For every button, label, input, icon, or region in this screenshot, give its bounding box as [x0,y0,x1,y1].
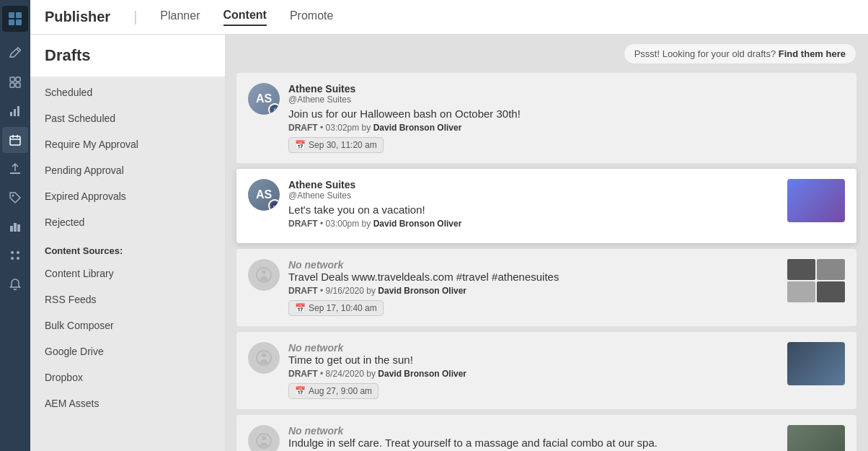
sidebar-item-require-approval[interactable]: Require My Approval [30,131,225,157]
network-badge: f [268,103,280,115]
account-handle: @Athene Suites [288,191,779,201]
draft-label: DRAFT [288,286,318,296]
post-author: David Bronson Oliver [378,286,466,296]
avatar: AS f [248,83,280,115]
svg-rect-0 [9,12,14,18]
schedule-badge: 📅 Sep 30, 11:20 am [288,137,384,153]
svg-rect-4 [10,77,14,82]
post-card[interactable]: AS in Athene Suites @Athene Suites Let's… [236,169,856,243]
image-cell [787,259,815,280]
analytics-nav-icon[interactable] [2,214,28,240]
notification-link[interactable]: Find them here [779,48,846,59]
post-card[interactable]: AS f Athene Suites @Athene Suites Join u… [236,73,856,163]
edit-nav-icon[interactable] [2,40,28,66]
svg-rect-5 [16,77,20,82]
sidebar-item-bulk-composer[interactable]: Bulk Composer [30,312,225,338]
avatar [248,342,280,374]
sidebar-item-past-scheduled[interactable]: Past Scheduled [30,105,225,131]
post-author: David Bronson Oliver [373,123,462,133]
main-area: Publisher | Planner Content Promote Draf… [30,0,868,451]
account-name: No network [288,259,779,271]
account-name: No network [288,425,779,437]
tab-promote[interactable]: Promote [290,9,333,25]
post-time: 8/24/2020 [326,369,364,379]
calendar-icon: 📅 [295,140,306,150]
network-badge: in [268,199,280,211]
notification-pill[interactable]: Pssst! Looking for your old drafts? Find… [624,43,856,64]
notification-bar: Pssst! Looking for your old drafts? Find… [236,43,856,64]
sidebar: Drafts Scheduled Past Scheduled Require … [30,35,225,451]
svg-rect-3 [16,19,22,25]
account-handle: @Athene Suites [288,95,845,105]
sidebar-item-scheduled[interactable]: Scheduled [30,79,225,105]
post-image [787,259,845,302]
post-time: 03:00pm [326,219,360,229]
post-image [787,342,845,385]
svg-rect-17 [14,223,17,232]
avatar: AS in [248,179,280,211]
sidebar-item-content-library[interactable]: Content Library [30,260,225,286]
post-card[interactable]: No network Indulge in self care. Treat y… [236,415,856,451]
svg-rect-10 [17,106,19,116]
sidebar-item-aem-assets[interactable]: AEM Assets [30,390,225,416]
svg-point-32 [262,436,266,440]
calendar-nav-icon[interactable] [2,127,28,153]
notification-text: Pssst! Looking for your old drafts? [634,48,776,59]
avatar [248,259,280,291]
svg-rect-18 [17,224,20,232]
account-name: Athene Suites [288,83,845,95]
tab-content[interactable]: Content [223,9,267,26]
draft-label: DRAFT [288,219,318,229]
image-cell [817,281,845,302]
svg-rect-7 [16,83,20,87]
post-text: Indulge in self care. Treat yourself to … [288,437,779,449]
post-info: No network Travel Deals www.traveldeals.… [288,259,779,316]
sidebar-item-expired-approvals[interactable]: Expired Approvals [30,183,225,209]
sidebar-item-rejected[interactable]: Rejected [30,209,225,235]
svg-text:f: f [274,108,275,113]
svg-point-28 [262,270,266,274]
draft-label: DRAFT [288,123,318,133]
upload-nav-icon[interactable] [2,156,28,182]
account-name: No network [288,342,779,354]
top-nav: Publisher | Planner Content Promote [30,0,868,35]
apps-nav-icon[interactable] [2,242,28,268]
nav-divider: | [133,9,137,25]
sidebar-drafts-section: Drafts [30,35,225,76]
post-info: Athene Suites @Athene Suites Let's take … [288,179,779,233]
post-author: David Bronson Oliver [373,219,462,229]
post-image [787,179,845,222]
post-card[interactable]: No network Time to get out in the sun! D… [236,332,856,409]
sidebar-item-dropbox[interactable]: Dropbox [30,364,225,390]
tab-planner[interactable]: Planner [160,9,200,25]
svg-rect-9 [14,109,16,116]
sidebar-item-google-drive[interactable]: Google Drive [30,338,225,364]
post-text: Join us for our Halloween bash on Octobe… [288,108,845,120]
post-meta: DRAFT • 03:02pm by David Bronson Oliver [288,123,845,133]
draft-label: DRAFT [288,369,318,379]
account-name: Athene Suites [288,179,779,191]
chart-nav-icon[interactable] [2,98,28,124]
post-meta: DRAFT • 03:00pm by David Bronson Oliver [288,219,779,229]
drafts-label: Drafts [45,46,91,64]
sidebar-item-rss-feeds[interactable]: RSS Feeds [30,286,225,312]
post-time: 9/16/2020 [326,286,364,296]
schedule-date: Sep 17, 10:40 am [309,303,377,313]
post-meta: DRAFT • 8/24/2020 by David Bronson Olive… [288,369,779,379]
svg-text:in: in [273,204,277,209]
post-info: No network Indulge in self care. Treat y… [288,425,779,451]
grid-nav-icon[interactable] [2,69,28,95]
post-info: Athene Suites @Athene Suites Join us for… [288,83,845,153]
svg-point-15 [12,195,14,197]
bell-nav-icon[interactable] [2,271,28,297]
sidebar-item-pending-approval[interactable]: Pending Approval [30,157,225,183]
image-cell [817,259,845,280]
tag-nav-icon[interactable] [2,185,28,211]
post-card[interactable]: No network Travel Deals www.traveldeals.… [236,249,856,326]
svg-point-22 [17,257,19,260]
calendar-icon: 📅 [295,303,306,313]
svg-rect-8 [10,112,12,116]
post-author: David Bronson Oliver [378,369,466,379]
svg-rect-2 [9,19,14,25]
post-meta: DRAFT • 9/16/2020 by David Bronson Olive… [288,286,779,296]
